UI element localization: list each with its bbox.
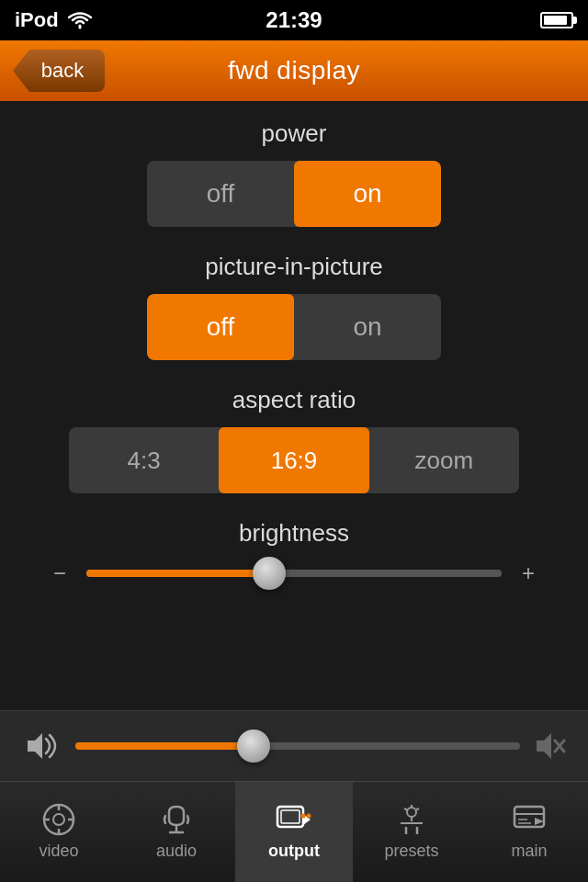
volume-slider-track[interactable] [75, 742, 520, 750]
battery-icon [540, 12, 573, 28]
tab-presets[interactable]: presets [353, 782, 470, 882]
svg-marker-0 [28, 733, 42, 759]
status-bar: iPod 21:39 [0, 0, 588, 40]
svg-marker-29 [535, 818, 544, 825]
page-title: fwd display [228, 56, 360, 85]
svg-rect-13 [281, 810, 300, 823]
brightness-section: brightness − + [28, 519, 560, 586]
brightness-title: brightness [46, 519, 542, 548]
mute-icon[interactable] [533, 728, 566, 764]
tab-bar: video audio output [0, 781, 588, 882]
presets-icon [393, 803, 430, 836]
power-section: power off on [28, 119, 560, 227]
pip-toggle-group: off on [147, 294, 441, 360]
back-button[interactable]: back [13, 50, 105, 92]
volume-icon [22, 728, 62, 764]
brightness-min-icon: − [46, 560, 74, 586]
aspect-ratio-title: aspect ratio [28, 386, 560, 414]
pip-section: picture-in-picture off on [28, 253, 560, 360]
aspect-ratio-zoom-button[interactable]: zoom [369, 427, 519, 493]
tab-output-label: output [268, 842, 320, 861]
video-icon [40, 803, 77, 836]
pip-off-button[interactable]: off [147, 294, 294, 360]
main-content: power off on picture-in-picture off on a… [0, 101, 588, 781]
aspect-ratio-section: aspect ratio 4:3 16:9 zoom [28, 386, 560, 493]
volume-slider-thumb[interactable] [237, 729, 270, 763]
tab-audio-label: audio [156, 842, 197, 861]
output-icon [276, 803, 312, 836]
svg-marker-1 [537, 733, 551, 759]
tab-presets-label: presets [384, 842, 438, 861]
svg-line-20 [404, 808, 407, 810]
brightness-max-icon: + [514, 560, 542, 586]
brightness-slider-thumb[interactable] [253, 557, 286, 590]
tab-audio[interactable]: audio [118, 782, 235, 882]
power-off-button[interactable]: off [147, 161, 294, 227]
pip-title: picture-in-picture [28, 253, 560, 281]
svg-point-15 [301, 814, 306, 819]
tab-main[interactable]: main [470, 782, 588, 882]
wifi-icon [68, 11, 92, 29]
power-on-button[interactable]: on [294, 161, 441, 227]
tab-output[interactable]: output [235, 782, 353, 882]
svg-point-5 [53, 814, 64, 825]
nav-bar: back fwd display [0, 40, 588, 101]
pip-on-button[interactable]: on [294, 294, 441, 360]
aspect-ratio-16-9-button[interactable]: 16:9 [219, 427, 368, 493]
tab-video[interactable]: video [0, 782, 118, 882]
tab-main-label: main [511, 842, 547, 861]
power-toggle-group: off on [147, 161, 441, 227]
time-display: 21:39 [266, 7, 322, 33]
volume-slider-fill [75, 742, 254, 750]
brightness-slider-track[interactable] [86, 570, 502, 577]
main-icon [511, 803, 548, 836]
brightness-slider-row: − + [46, 560, 542, 586]
audio-icon [158, 803, 195, 836]
aspect-ratio-4-3-button[interactable]: 4:3 [69, 427, 219, 493]
brightness-slider-fill [86, 570, 269, 577]
svg-line-21 [416, 808, 419, 810]
device-label: iPod [15, 8, 59, 32]
aspect-ratio-toggle-group: 4:3 16:9 zoom [69, 427, 519, 493]
volume-section [0, 710, 588, 781]
svg-point-17 [407, 808, 416, 817]
scroll-area: power off on picture-in-picture off on a… [0, 101, 588, 710]
power-title: power [28, 119, 560, 148]
svg-point-16 [307, 814, 311, 819]
tab-video-label: video [39, 842, 78, 861]
